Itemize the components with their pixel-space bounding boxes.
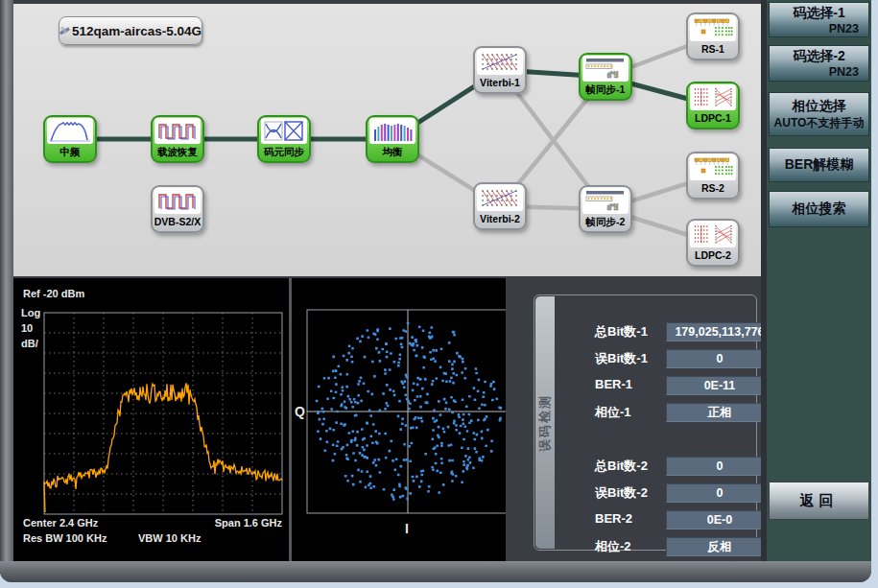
ber-row-value: 0E-11 xyxy=(666,376,773,395)
ber-row-label: 总Bit数-1 xyxy=(595,323,648,341)
satellite-icon xyxy=(59,17,70,44)
constellation-plot xyxy=(292,278,506,561)
constellation-panel: Q I xyxy=(292,278,506,561)
block-f1[interactable]: 帧同步-1 xyxy=(579,53,632,101)
sidebar-button-label: BER解模糊 xyxy=(770,156,868,174)
block-sym[interactable]: 码元同步 xyxy=(257,115,311,163)
block-label: RS-2 xyxy=(688,180,738,197)
back-button[interactable]: 返回 xyxy=(769,482,869,520)
block-label: 中频 xyxy=(45,144,95,160)
sidebar-button-sublabel: PN23 xyxy=(770,65,868,79)
sidebar-button-label: 相位选择 xyxy=(770,98,868,115)
eye-icon xyxy=(261,118,307,144)
ber-row-value: 0 xyxy=(666,483,773,503)
ber-side-label: 误码检测 xyxy=(536,394,554,452)
flow-diagram-panel: 中频载波恢复DVB-S2/X码元同步均衡Viterbi-1Viterbi-2帧同… xyxy=(13,4,761,276)
ber-row-value: 0 xyxy=(666,349,773,368)
block-label: Viterbi-1 xyxy=(475,75,525,91)
block-if[interactable]: 中频 xyxy=(43,115,97,163)
block-label: 载波恢复 xyxy=(153,144,202,160)
block-v2[interactable]: Viterbi-2 xyxy=(473,182,527,230)
q-axis-label: Q xyxy=(295,404,305,419)
ber-row-value: 反相 xyxy=(666,537,773,556)
frame-icon xyxy=(582,56,629,82)
block-label: 均衡 xyxy=(368,144,417,160)
signal-title: 512qam-aircas-5.04G xyxy=(72,24,202,38)
ber-row-value: 正相 xyxy=(666,403,773,422)
rbw-label: Res BW 100 KHz xyxy=(23,532,107,544)
block-label: 码元同步 xyxy=(259,144,309,160)
trellis-icon xyxy=(477,185,523,211)
sidebar-button-label: 码选择-1 xyxy=(770,5,868,22)
ber-row-label: 相位-1 xyxy=(595,404,631,421)
ldpc-icon xyxy=(690,84,736,110)
ber-row-value: 0E-0 xyxy=(666,510,773,529)
bars-icon xyxy=(369,118,415,144)
app-window: 中频载波恢复DVB-S2/X码元同步均衡Viterbi-1Viterbi-2帧同… xyxy=(0,0,871,582)
sidebar-button-phase-search[interactable]: 相位搜索 xyxy=(769,191,869,227)
ber-row-value: 179,025,113,776 xyxy=(666,322,773,341)
block-f2[interactable]: 帧同步-2 xyxy=(579,185,632,233)
ber-row-label: 误Bit数-2 xyxy=(595,484,648,502)
block-rs1[interactable]: RS-1 xyxy=(686,12,740,60)
frame-icon xyxy=(582,188,629,214)
block-v1[interactable]: Viterbi-1 xyxy=(473,46,527,94)
rs-icon xyxy=(690,154,736,180)
ref-level-label: Ref -20 dBm xyxy=(23,288,84,299)
sidebar-button-label: 码选择-2 xyxy=(770,48,868,65)
block-label: DVB-S2/X xyxy=(153,214,202,230)
span-label: Span 1.6 GHz xyxy=(215,517,282,529)
block-carrier[interactable]: 载波恢复 xyxy=(151,115,204,163)
block-label: RS-1 xyxy=(688,41,738,58)
sidebar-button-label: 相位搜索 xyxy=(770,200,868,218)
vbw-label: VBW 10 KHz xyxy=(138,532,201,544)
block-rs2[interactable]: RS-2 xyxy=(686,152,740,200)
block-eq[interactable]: 均衡 xyxy=(366,115,419,163)
bandpass-icon xyxy=(47,118,93,144)
block-ldpc2[interactable]: LDPC-2 xyxy=(686,219,740,267)
i-axis-label: I xyxy=(405,521,409,536)
sidebar-button-sublabel: PN23 xyxy=(770,22,868,35)
ber-row-label: BER-2 xyxy=(595,511,632,526)
center-freq-label: Center 2.4 GHz xyxy=(23,517,98,529)
ber-row-value: 0 xyxy=(666,457,773,476)
pulse-icon xyxy=(154,118,201,144)
scale-label-db: dB/ xyxy=(21,338,38,349)
pulse-icon xyxy=(154,188,201,214)
trellis-icon xyxy=(477,49,523,75)
ber-row-label: BER-1 xyxy=(595,377,632,391)
sidebar-button-sublabel: AUTO不支持手动 xyxy=(770,115,868,131)
block-ldpc1[interactable]: LDPC-1 xyxy=(686,82,740,129)
sidebar-button-code-select-2[interactable]: 码选择-2PN23 xyxy=(769,45,869,82)
window-frame-left xyxy=(0,0,13,582)
ldpc-icon xyxy=(690,222,736,247)
block-label: 帧同步-1 xyxy=(581,82,630,98)
sidebar-button-code-select-1[interactable]: 码选择-1PN23 xyxy=(769,2,869,37)
block-label: Viterbi-2 xyxy=(475,211,525,227)
window-frame-bottom xyxy=(0,561,871,582)
ber-box: 误码检测 总Bit数-1179,025,113,776误Bit数-10BER-1… xyxy=(534,294,757,551)
block-label: LDPC-2 xyxy=(688,247,738,264)
block-label: LDPC-1 xyxy=(688,110,738,127)
signal-title-badge[interactable]: 512qam-aircas-5.04G xyxy=(59,16,202,45)
ber-row-label: 相位-2 xyxy=(595,538,631,555)
ber-side-strip: 误码检测 xyxy=(535,296,555,549)
sidebar: 码选择-1PN23码选择-2PN23相位选择AUTO不支持手动BER解模糊相位搜… xyxy=(767,0,871,561)
sidebar-button-phase-select[interactable]: 相位选择AUTO不支持手动 xyxy=(769,92,869,136)
rs-icon xyxy=(690,15,736,41)
block-dvb[interactable]: DVB-S2/X xyxy=(151,185,204,233)
ber-row-label: 误Bit数-1 xyxy=(595,350,648,367)
spectrum-panel: Ref -20 dBm Log 10 dB/ Center 2.4 GHz Sp… xyxy=(13,278,289,561)
ber-panel: 误码检测 总Bit数-1179,025,113,776误Bit数-10BER-1… xyxy=(506,278,761,561)
sidebar-button-ber-deambiguity[interactable]: BER解模糊 xyxy=(769,148,869,182)
ber-row-label: 总Bit数-2 xyxy=(595,458,648,475)
scale-label-10: 10 xyxy=(21,322,33,334)
block-label: 帧同步-2 xyxy=(581,214,630,230)
scale-label-log: Log xyxy=(21,307,40,318)
